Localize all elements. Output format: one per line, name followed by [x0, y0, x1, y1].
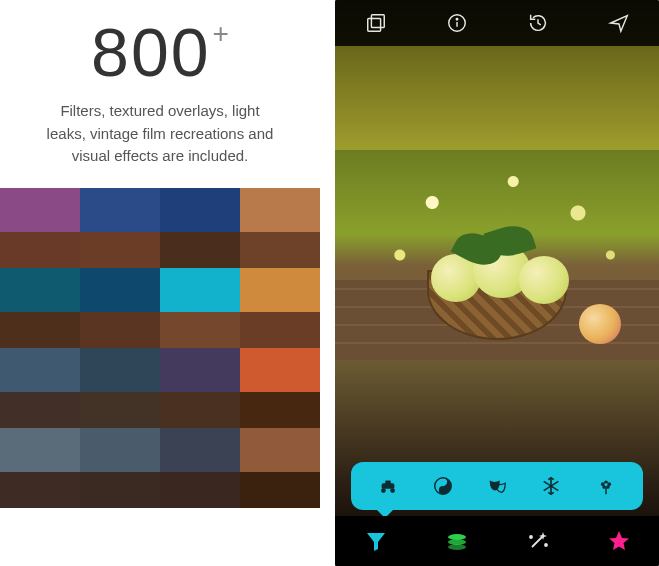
edited-photo[interactable] — [335, 150, 659, 360]
history-icon[interactable] — [524, 9, 552, 37]
filter-thumb[interactable] — [240, 188, 320, 268]
promo-panel: 800+ Filters, textured overlays, light l… — [0, 0, 320, 566]
star-icon[interactable] — [604, 526, 634, 556]
filter-thumb[interactable] — [240, 348, 320, 428]
svg-rect-8 — [385, 481, 391, 485]
overlay-gradient-bottom — [335, 360, 659, 566]
yinyang-icon[interactable] — [430, 473, 456, 499]
svg-point-5 — [381, 488, 386, 493]
filter-thumb[interactable] — [80, 188, 160, 268]
photo-stack-icon[interactable] — [362, 9, 390, 37]
svg-point-24 — [448, 544, 466, 550]
filter-thumb[interactable] — [0, 188, 80, 268]
flower-icon[interactable] — [593, 473, 619, 499]
svg-rect-1 — [367, 18, 380, 31]
svg-point-20 — [604, 483, 607, 486]
funnel-icon[interactable] — [361, 526, 391, 556]
filter-thumb[interactable] — [80, 268, 160, 348]
promo-subtitle: Filters, textured overlays, light leaks,… — [0, 86, 320, 168]
snowflake-icon[interactable] — [538, 473, 564, 499]
svg-point-6 — [390, 488, 395, 493]
headline: 800+ — [0, 0, 320, 86]
filter-grid — [0, 188, 320, 567]
plus-symbol: + — [213, 18, 229, 49]
filter-thumb[interactable] — [0, 268, 80, 348]
svg-line-25 — [532, 536, 543, 547]
svg-rect-0 — [371, 15, 384, 28]
filter-count: 800 — [91, 18, 210, 86]
svg-point-11 — [441, 489, 443, 491]
share-icon[interactable] — [605, 9, 633, 37]
filter-thumb[interactable] — [80, 428, 160, 508]
filter-thumb[interactable] — [0, 348, 80, 428]
svg-point-27 — [545, 544, 547, 546]
layers-icon[interactable] — [442, 526, 472, 556]
svg-point-10 — [441, 481, 443, 483]
filter-thumb[interactable] — [240, 268, 320, 348]
filter-thumb[interactable] — [160, 188, 240, 268]
filter-thumb[interactable] — [80, 348, 160, 428]
filter-thumb[interactable] — [0, 428, 80, 508]
filter-thumb[interactable] — [160, 428, 240, 508]
info-icon[interactable] — [443, 9, 471, 37]
vehicle-icon[interactable] — [375, 473, 401, 499]
editor-bottom-nav — [335, 516, 659, 566]
filter-thumb[interactable] — [160, 268, 240, 348]
theater-masks-icon[interactable] — [484, 473, 510, 499]
editor-top-bar — [335, 0, 659, 46]
editor-panel — [335, 0, 659, 566]
filter-thumb[interactable] — [240, 428, 320, 508]
filter-thumb[interactable] — [160, 348, 240, 428]
wand-icon[interactable] — [523, 526, 553, 556]
filter-category-popup — [351, 462, 643, 510]
canvas-area — [335, 0, 659, 566]
svg-point-26 — [530, 536, 532, 538]
svg-point-4 — [456, 19, 457, 20]
